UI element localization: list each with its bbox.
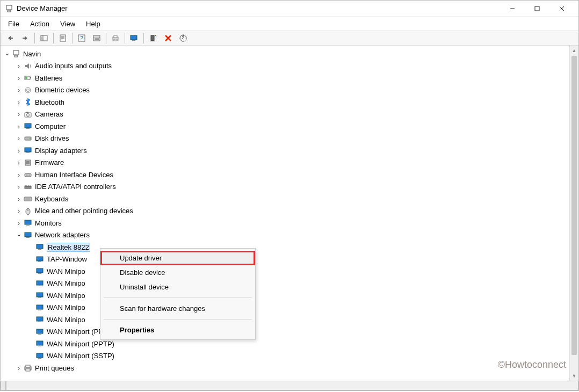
svg-rect-78 [37,305,43,309]
svg-rect-82 [37,329,43,333]
category-bluetooth[interactable]: Bluetooth [4,96,569,108]
category-computer[interactable]: Computer [4,120,569,133]
category-display[interactable]: Display adapters [4,144,569,157]
svg-rect-27 [131,35,137,40]
category-firmware[interactable]: Firmware [4,157,569,169]
disable-device-icon[interactable] [147,32,160,44]
close-button[interactable] [549,1,574,17]
svg-rect-64 [25,220,31,224]
tree-node-label: Mice and other pointing devices [35,207,133,215]
svg-rect-87 [38,358,41,359]
minimize-button[interactable] [500,1,525,17]
network-adapter-item[interactable]: WAN Miniport (PPTP) [4,338,569,350]
svg-rect-42 [25,124,31,128]
biometric-icon [23,86,33,95]
maximize-button[interactable] [525,1,549,17]
expand-chevron-icon[interactable] [16,62,22,70]
forward-icon[interactable] [19,32,32,44]
expand-chevron-icon[interactable] [16,86,22,94]
category-biometric[interactable]: Biometric devices [4,84,569,97]
network-adapter-item[interactable]: WAN Miniport (SSTP) [4,350,569,362]
category-mouse[interactable]: Mice and other pointing devices [4,205,569,217]
tree-node-label: Monitors [35,219,62,227]
svg-rect-25 [114,35,117,38]
network-adapter-item[interactable]: WAN Minipo [4,289,569,302]
ctx-update-driver[interactable]: Update driver [100,251,255,265]
expand-chevron-icon[interactable] [16,364,22,372]
network-adapter-item[interactable]: WAN Miniport (PPPOE) [4,326,569,338]
category-battery[interactable]: Batteries [4,72,569,84]
network-adapter-item[interactable]: WAN Minipo [4,314,569,326]
expand-chevron-icon[interactable] [16,147,22,155]
expand-chevron-icon[interactable] [16,195,22,203]
root-node[interactable]: Navin [4,48,569,60]
battery-icon [23,74,33,82]
tree-node-label: Realtek 8822 [47,243,90,252]
svg-point-13 [41,39,42,39]
svg-rect-1 [8,10,11,12]
menu-view[interactable]: View [55,18,81,30]
svg-rect-26 [114,39,117,41]
expand-chevron-icon[interactable] [16,171,22,179]
expand-chevron-icon[interactable] [16,110,22,118]
expand-chevron-icon[interactable] [16,158,22,166]
tree-node-label: Display adapters [35,147,87,155]
svg-rect-90 [26,369,30,371]
network-adapter-item[interactable]: TAP-Window [4,253,569,266]
tree-node-label: Human Interface Devices [35,171,113,179]
toolbar-separator [106,33,106,43]
scroll-up-arrow[interactable]: ▲ [570,46,578,55]
statusbar [1,381,578,390]
category-camera[interactable]: Cameras [4,108,569,121]
menu-file[interactable]: File [3,18,25,30]
toolbar-separator [125,33,125,43]
category-network-adapters[interactable]: Network adapters [4,229,569,242]
scroll-down-arrow[interactable]: ▼ [570,372,578,381]
menu-action[interactable]: Action [25,18,55,30]
toolbar-list-icon[interactable] [90,32,103,44]
category-printer[interactable]: Print queues [4,362,569,374]
properties-icon[interactable] [56,32,69,44]
status-segment [1,381,6,390]
category-keyboard[interactable]: Keyboards [4,193,569,205]
expand-chevron-icon[interactable] [16,74,22,82]
ctx-properties[interactable]: Properties [100,323,255,337]
category-audio[interactable]: Audio inputs and outputs [4,60,569,72]
vertical-scrollbar[interactable]: ▲ ▼ [569,46,578,381]
expand-chevron-icon[interactable] [16,183,22,191]
ctx-scan-hardware[interactable]: Scan for hardware changes [100,301,255,316]
network-adapter-item[interactable]: WAN Minipo [4,265,569,278]
expand-chevron-icon[interactable] [16,219,22,227]
scroll-thumb[interactable] [571,56,577,355]
menu-help[interactable]: Help [81,18,106,30]
disk-icon [23,134,33,143]
help-icon[interactable]: ? [75,32,88,44]
update-driver-icon[interactable] [128,32,141,44]
expand-chevron-icon[interactable] [16,231,22,239]
category-ide[interactable]: IDE ATA/ATAPI controllers [4,181,569,193]
network-icon [35,255,45,264]
network-icon [35,267,45,275]
print-icon[interactable] [109,32,122,44]
expand-chevron-icon[interactable] [16,98,22,106]
network-adapter-item[interactable]: WAN Minipo [4,302,569,314]
tree-node-label: IDE ATA/ATAPI controllers [35,183,116,191]
expand-chevron-icon[interactable] [16,122,22,130]
device-tree[interactable]: NavinAudio inputs and outputsBatteriesBi… [1,46,569,381]
expand-chevron-icon[interactable] [4,50,10,58]
category-disk[interactable]: Disk drives [4,133,569,145]
ctx-disable-device[interactable]: Disable device [100,265,255,280]
expand-chevron-icon[interactable] [16,207,22,215]
network-adapter-item[interactable]: Realtek 8822 [4,241,569,253]
svg-rect-79 [38,310,41,310]
ctx-uninstall-device[interactable]: Uninstall device [100,280,255,294]
expand-chevron-icon[interactable] [16,134,22,142]
scan-hardware-icon[interactable] [177,32,190,44]
category-monitor[interactable]: Monitors [4,217,569,229]
toolbar: ? [1,31,578,46]
show-hide-tree-icon[interactable] [38,32,50,44]
back-icon[interactable] [4,32,17,44]
uninstall-device-icon[interactable] [162,32,175,44]
category-hid[interactable]: Human Interface Devices [4,169,569,181]
network-adapter-item[interactable]: WAN Minipo [4,278,569,290]
